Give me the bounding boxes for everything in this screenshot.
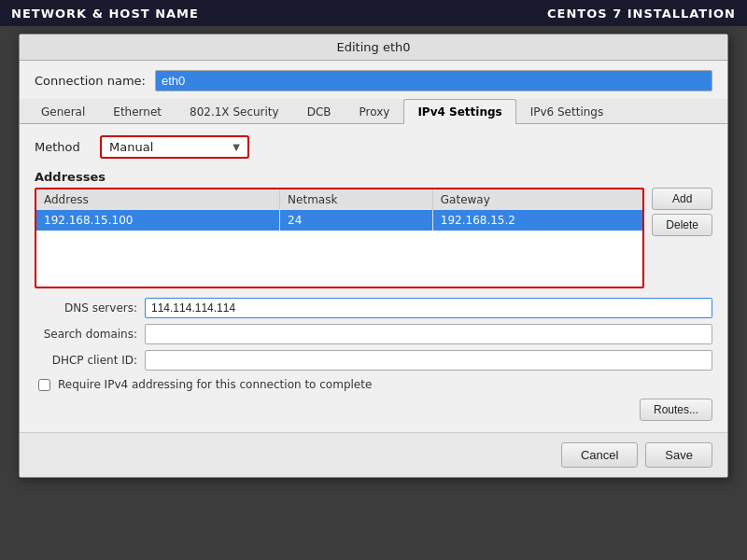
table-empty-row [36, 231, 642, 287]
table-row[interactable]: 192.168.15.100 24 192.168.15.2 [36, 210, 642, 231]
dns-input[interactable] [145, 298, 712, 318]
tab-802-1x[interactable]: 802.1X Security [176, 99, 293, 124]
app-title-right: CENTOS 7 INSTALLATION [547, 7, 736, 21]
tab-content-ipv4: Method Manual ▼ Addresses Address Netm [20, 124, 727, 432]
dns-label: DNS servers: [35, 301, 137, 315]
col-netmask: Netmask [280, 189, 433, 210]
method-row: Method Manual ▼ [35, 135, 712, 159]
top-bar: NETWORK & HOST NAME CENTOS 7 INSTALLATIO… [0, 0, 747, 26]
search-domains-input[interactable] [145, 324, 712, 344]
save-button[interactable]: Save [645, 442, 712, 468]
addresses-section: Addresses Address Netmask Gateway [35, 170, 712, 288]
dialog: Editing eth0 Connection name: General Et… [19, 34, 728, 478]
connection-name-input[interactable] [155, 70, 712, 91]
tab-ethernet[interactable]: Ethernet [99, 99, 176, 124]
addresses-label: Addresses [35, 170, 712, 184]
tab-ipv6[interactable]: IPv6 Settings [516, 99, 618, 124]
require-ipv4-checkbox[interactable] [38, 379, 50, 391]
add-button[interactable]: Add [652, 188, 712, 210]
connection-name-row: Connection name: [20, 61, 727, 99]
table-header-row: Address Netmask Gateway [36, 189, 642, 210]
cell-address: 192.168.15.100 [36, 210, 280, 231]
cancel-button[interactable]: Cancel [561, 442, 638, 468]
method-arrow-icon: ▼ [233, 142, 240, 152]
require-ipv4-row: Require IPv4 addressing for this connect… [35, 378, 712, 391]
connection-name-label: Connection name: [35, 74, 146, 88]
dialog-footer: Cancel Save [20, 432, 727, 477]
dhcp-client-row: DHCP client ID: [35, 350, 712, 371]
tab-ipv4[interactable]: IPv4 Settings [403, 99, 515, 124]
dialog-title: Editing eth0 [20, 35, 727, 61]
tabs-bar: General Ethernet 802.1X Security DCB Pro… [20, 99, 727, 124]
delete-button[interactable]: Delete [652, 214, 712, 236]
method-value: Manual [109, 140, 225, 154]
addresses-table-container: Address Netmask Gateway 192.168.15.100 2… [35, 188, 712, 288]
dialog-overlay: Editing eth0 Connection name: General Et… [0, 26, 747, 560]
routes-row: Routes... [35, 399, 712, 421]
col-address: Address [36, 189, 280, 210]
method-dropdown[interactable]: Manual ▼ [100, 135, 249, 159]
app-title-left: NETWORK & HOST NAME [11, 7, 199, 21]
dns-row: DNS servers: [35, 298, 712, 318]
cell-gateway: 192.168.15.2 [432, 210, 642, 231]
method-label: Method [35, 140, 91, 154]
tab-general[interactable]: General [27, 99, 99, 124]
col-gateway: Gateway [432, 189, 642, 210]
routes-button[interactable]: Routes... [640, 399, 712, 421]
search-domains-row: Search domains: [35, 324, 712, 344]
dhcp-client-input[interactable] [145, 350, 712, 371]
tab-dcb[interactable]: DCB [293, 99, 345, 124]
cell-netmask: 24 [280, 210, 433, 231]
add-delete-buttons: Add Delete [652, 188, 712, 288]
tab-proxy[interactable]: Proxy [345, 99, 404, 124]
addresses-table-wrapper: Address Netmask Gateway 192.168.15.100 2… [35, 188, 644, 288]
require-ipv4-label: Require IPv4 addressing for this connect… [58, 378, 372, 391]
addresses-table: Address Netmask Gateway 192.168.15.100 2… [36, 189, 642, 287]
dhcp-client-label: DHCP client ID: [35, 354, 137, 367]
search-domains-label: Search domains: [35, 328, 137, 341]
